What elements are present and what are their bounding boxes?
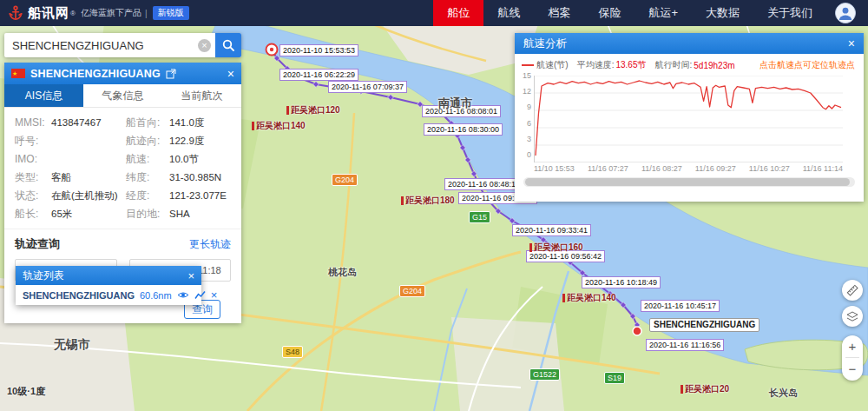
longer-track-link[interactable]: 更长轨迹 <box>189 237 231 252</box>
track-distance: 60.6nm <box>140 290 172 301</box>
legend-label: 航速(节) <box>536 59 569 71</box>
app-window: 2020-11-10 15:53:532020-11-16 06:22:2920… <box>0 0 868 411</box>
search-button[interactable] <box>215 33 241 57</box>
layers-icon <box>846 311 858 322</box>
x-axis-label: 11/16 10:27 <box>749 164 790 173</box>
x-axis-label: 11/16 07:27 <box>588 164 628 173</box>
ship-search-input[interactable] <box>4 39 198 52</box>
duration-value: 5d19h23m <box>694 61 734 70</box>
field-value <box>51 135 126 147</box>
tab-3[interactable]: 当前航次 <box>162 84 241 107</box>
x-axis-label: 11/16 08:27 <box>641 164 682 173</box>
field-value: 在航(主机推动) <box>51 189 126 202</box>
x-axis-label: 11/16 09:27 <box>695 164 736 173</box>
nav-item-6[interactable]: 大数据 <box>692 0 753 26</box>
ship-panel-tabs: AIS信息气象信息当前航次 <box>4 84 241 108</box>
nav-item-4[interactable]: 保险 <box>584 0 635 26</box>
chart-scrollbar <box>523 177 855 187</box>
avg-speed-value: 13.65节 <box>615 59 646 71</box>
field-label: 类型: <box>15 171 51 183</box>
clear-search-icon[interactable]: × <box>198 39 211 52</box>
y-axis-labels: 15129630 <box>518 72 534 159</box>
registered-mark: ® <box>70 10 76 17</box>
track-list-popup: 轨迹列表 × SHENCHENGZHIGUANG 60.6nm × <box>16 266 201 305</box>
tab-2[interactable]: 气象信息 <box>83 84 162 107</box>
user-avatar[interactable] <box>835 3 856 23</box>
field-value: 客船 <box>51 171 126 183</box>
field-label: 纬度: <box>126 171 169 183</box>
close-ship-panel-icon[interactable]: × <box>227 68 234 80</box>
x-axis-label: 11/16 11:14 <box>803 164 843 173</box>
nav-item-2[interactable]: 航线 <box>483 0 534 26</box>
close-track-list-icon[interactable]: × <box>187 270 194 282</box>
field-label: 状态: <box>15 189 51 202</box>
layers-button[interactable] <box>842 306 863 327</box>
zoom-in-button[interactable]: + <box>842 335 863 357</box>
field-label: 目的地: <box>126 208 169 220</box>
chart-scrollbar-thumb[interactable] <box>525 178 850 186</box>
legend-line-swatch <box>522 64 534 66</box>
track-query-row: 轨迹查询 更长轨迹 <box>4 229 241 257</box>
brand[interactable]: 船讯网 ® 亿海蓝旗下产品 | 新锐版 <box>0 4 189 22</box>
x-axis-label: 11/10 15:53 <box>534 164 575 173</box>
ship-panel-header: ★ SHENCHENGZHIGUANG × <box>4 63 241 84</box>
speed-chart-icon[interactable] <box>194 290 206 300</box>
field-label: 船长: <box>15 208 51 220</box>
field-value: SHA <box>169 208 233 220</box>
search-icon <box>221 38 235 52</box>
ship-attributes: MMSI:413847467船首向:141.0度呼号:航迹向:122.9度IMO… <box>4 108 241 227</box>
track-list-title: 轨迹列表 <box>23 268 64 283</box>
field-value: 65米 <box>51 208 126 220</box>
speed-panel-header: 航速分析 × <box>515 33 864 54</box>
nav-item-3[interactable]: 档案 <box>534 0 584 26</box>
map-zoom-level: 10级·1度 <box>7 385 45 398</box>
brand-tagline: 亿海蓝旗下产品 <box>81 7 141 19</box>
field-value: 413847467 <box>51 116 126 129</box>
field-label: 经度: <box>126 189 169 202</box>
field-value: 121-23.077E <box>169 189 233 202</box>
speed-chart[interactable]: 15129630 <box>515 74 864 162</box>
site-name: 船讯网 <box>28 5 69 22</box>
track-list-row[interactable]: SHENCHENGZHIGUANG 60.6nm × <box>16 285 201 305</box>
track-query-title: 轨迹查询 <box>15 236 60 252</box>
field-value <box>51 153 126 165</box>
field-value: 31-30.985N <box>169 171 233 183</box>
field-label: IMO: <box>15 153 51 165</box>
main-nav: 船位航线档案保险航运+大数据关于我们 <box>433 0 826 26</box>
close-speed-panel-icon[interactable]: × <box>848 37 855 50</box>
version-badge[interactable]: 新锐版 <box>153 6 189 20</box>
nav-item-7[interactable]: 关于我们 <box>753 0 826 26</box>
visibility-eye-icon[interactable] <box>177 290 189 300</box>
nav-item-5[interactable]: 航运+ <box>635 0 692 26</box>
field-label: 航速: <box>126 153 169 165</box>
ship-name-title: SHENCHENGZHIGUANG <box>30 68 161 80</box>
remove-track-icon[interactable]: × <box>211 289 218 301</box>
field-label: 船首向: <box>126 116 169 129</box>
tab-1[interactable]: AIS信息 <box>4 84 83 107</box>
top-navbar: 船讯网 ® 亿海蓝旗下产品 | 新锐版 船位航线档案保险航运+大数据关于我们 <box>0 0 868 26</box>
field-label: 呼号: <box>15 135 51 147</box>
chart-legend: 航速(节) 平均速度: 13.65节 航行时间: 5d19h23m 点击航速点可… <box>515 54 864 74</box>
external-link-icon[interactable] <box>166 69 176 79</box>
track-ship-name: SHENCHENGZHIGUANG <box>23 290 135 301</box>
duration-label: 航行时间: <box>654 59 692 71</box>
nav-item-1[interactable]: 船位 <box>433 0 483 26</box>
brand-divider: | <box>145 9 148 18</box>
field-label: 航迹向: <box>126 135 169 147</box>
field-value: 10.0节 <box>169 153 233 165</box>
china-flag-icon: ★ <box>11 69 25 78</box>
anchor-logo-icon <box>7 4 24 22</box>
x-axis-labels: 11/10 15:5311/16 07:2711/16 08:2711/16 0… <box>534 162 843 173</box>
search-bar: × <box>4 33 241 57</box>
speed-panel-title: 航速分析 <box>523 36 567 51</box>
field-value: 122.9度 <box>169 135 233 147</box>
speed-line-chart[interactable] <box>534 76 843 162</box>
ruler-icon <box>846 284 858 296</box>
speed-analysis-panel: 航速分析 × 航速(节) 平均速度: 13.65节 航行时间: 5d19h23m… <box>515 33 864 202</box>
field-value: 141.0度 <box>169 116 233 129</box>
avg-speed-label: 平均速度: <box>577 59 615 71</box>
chart-hint-text: 点击航速点可定位轨迹点 <box>760 59 855 71</box>
measure-tool-button[interactable] <box>842 280 863 301</box>
zoom-out-button[interactable]: − <box>842 358 863 380</box>
field-label: MMSI: <box>15 116 51 129</box>
